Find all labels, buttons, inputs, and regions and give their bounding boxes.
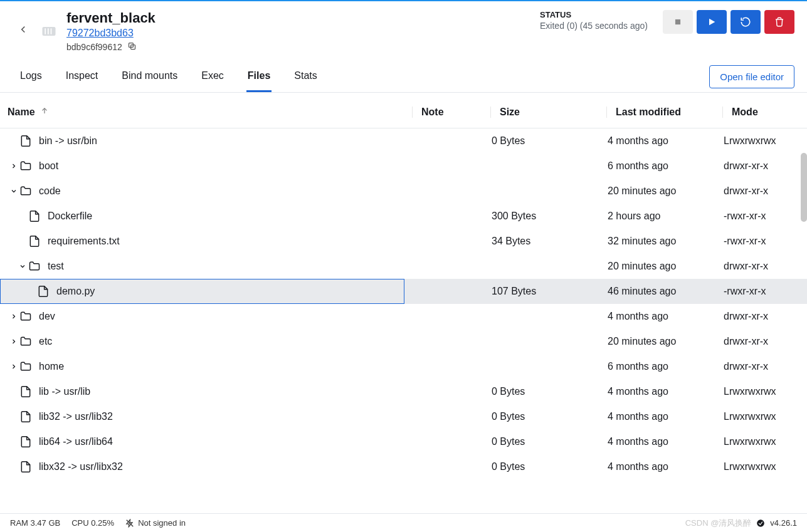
back-button[interactable] bbox=[18, 24, 29, 37]
header: fervent_black 79272bd3bd63 bdb9c6f99612 … bbox=[0, 1, 807, 61]
file-icon bbox=[19, 385, 33, 399]
folder-icon bbox=[19, 360, 33, 373]
table-row[interactable]: home6 months agodrwxr-xr-x bbox=[0, 354, 807, 379]
table-header: Name Note Size Last modified Mode bbox=[0, 93, 807, 128]
file-name: requirements.txt bbox=[48, 236, 120, 247]
file-mode: Lrwxrwxrwx bbox=[715, 411, 807, 422]
table-row[interactable]: code20 minutes agodrwxr-xr-x bbox=[0, 179, 807, 204]
file-size: 0 Bytes bbox=[483, 135, 599, 147]
file-icon bbox=[36, 284, 50, 298]
expand-toggle[interactable] bbox=[9, 162, 19, 170]
file-mode: Lrwxrwxrwx bbox=[715, 461, 807, 472]
open-file-editor-button[interactable]: Open file editor bbox=[709, 65, 794, 88]
status-text: Exited (0) (45 seconds ago) bbox=[540, 21, 648, 31]
file-mode: drwxr-xr-x bbox=[715, 261, 807, 272]
file-name: dev bbox=[39, 311, 55, 322]
file-name: demo.py bbox=[56, 286, 95, 297]
status-label: STATUS bbox=[540, 10, 648, 19]
col-mode[interactable]: Mode bbox=[722, 107, 807, 118]
file-mode: -rwxr-xr-x bbox=[715, 286, 807, 297]
svg-rect-0 bbox=[43, 27, 56, 36]
restart-button[interactable] bbox=[731, 10, 761, 34]
file-modified: 2 hours ago bbox=[599, 211, 715, 222]
file-name: test bbox=[48, 261, 64, 272]
table-row[interactable]: test20 minutes agodrwxr-xr-x bbox=[0, 254, 807, 279]
file-modified: 4 months ago bbox=[599, 461, 715, 472]
folder-icon bbox=[28, 259, 41, 273]
file-modified: 20 minutes ago bbox=[599, 261, 715, 272]
file-size: 107 Bytes bbox=[483, 286, 599, 297]
container-icon bbox=[40, 23, 58, 40]
file-size: 0 Bytes bbox=[483, 411, 599, 422]
expand-toggle[interactable] bbox=[9, 363, 19, 370]
table-row[interactable]: dev4 months agodrwxr-xr-x bbox=[0, 304, 807, 329]
expand-toggle[interactable] bbox=[9, 313, 19, 320]
table-row[interactable]: requirements.txt34 Bytes32 minutes ago-r… bbox=[0, 229, 807, 254]
copy-icon[interactable] bbox=[127, 41, 137, 53]
file-mode: -rwxr-xr-x bbox=[715, 236, 807, 247]
file-icon bbox=[19, 410, 33, 424]
file-size: 0 Bytes bbox=[483, 436, 599, 447]
file-name: lib64 -> usr/lib64 bbox=[39, 436, 113, 447]
file-size: 300 Bytes bbox=[483, 211, 599, 222]
file-size: 34 Bytes bbox=[483, 236, 599, 247]
col-modified[interactable]: Last modified bbox=[606, 107, 722, 118]
delete-button[interactable] bbox=[764, 10, 794, 34]
file-icon bbox=[19, 134, 33, 148]
folder-icon bbox=[19, 310, 33, 323]
container-name: fervent_black bbox=[66, 10, 156, 26]
expand-toggle[interactable] bbox=[9, 187, 19, 195]
file-name: lib -> usr/lib bbox=[39, 386, 90, 397]
header-info: fervent_black 79272bd3bd63 bdb9c6f99612 bbox=[66, 10, 156, 53]
table-row[interactable]: etc20 minutes agodrwxr-xr-x bbox=[0, 329, 807, 354]
action-buttons bbox=[663, 10, 794, 34]
start-button[interactable] bbox=[697, 10, 727, 34]
file-icon bbox=[19, 460, 33, 474]
tab-logs[interactable]: Logs bbox=[19, 61, 43, 92]
file-modified: 32 minutes ago bbox=[599, 236, 715, 247]
tab-bind-mounts[interactable]: Bind mounts bbox=[120, 61, 179, 92]
tab-files[interactable]: Files bbox=[246, 61, 272, 92]
file-size: 0 Bytes bbox=[483, 386, 599, 397]
file-modified: 20 minutes ago bbox=[599, 185, 715, 197]
tab-stats[interactable]: Stats bbox=[293, 61, 318, 92]
table-row[interactable]: lib64 -> usr/lib640 Bytes4 months agoLrw… bbox=[0, 429, 807, 454]
file-modified: 20 minutes ago bbox=[599, 336, 715, 347]
file-modified: 6 months ago bbox=[599, 160, 715, 172]
table-row[interactable]: libx32 -> usr/libx320 Bytes4 months agoL… bbox=[0, 454, 807, 479]
image-id: bdb9c6f99612 bbox=[66, 42, 122, 52]
table-row[interactable]: boot6 months agodrwxr-xr-x bbox=[0, 154, 807, 179]
container-id-link[interactable]: 79272bd3bd63 bbox=[66, 28, 134, 38]
file-mode: drwxr-xr-x bbox=[715, 336, 807, 347]
scrollbar[interactable] bbox=[801, 114, 807, 479]
file-icon bbox=[28, 209, 41, 223]
stop-button bbox=[663, 10, 693, 34]
col-name[interactable]: Name bbox=[8, 107, 412, 118]
file-mode: Lrwxrwxrwx bbox=[715, 386, 807, 397]
tab-inspect[interactable]: Inspect bbox=[65, 61, 100, 92]
scrollbar-thumb[interactable] bbox=[801, 153, 807, 222]
tab-exec[interactable]: Exec bbox=[200, 61, 225, 92]
expand-toggle[interactable] bbox=[18, 263, 28, 270]
table-row[interactable]: bin -> usr/bin0 Bytes4 months agoLrwxrwx… bbox=[0, 128, 807, 154]
col-size[interactable]: Size bbox=[490, 107, 606, 118]
file-name: lib32 -> usr/lib32 bbox=[39, 411, 113, 422]
file-table: Name Note Size Last modified Mode bin ->… bbox=[0, 93, 807, 479]
table-row[interactable]: lib -> usr/lib0 Bytes4 months agoLrwxrwx… bbox=[0, 379, 807, 404]
col-note[interactable]: Note bbox=[412, 107, 490, 118]
file-name: etc bbox=[39, 336, 52, 347]
file-mode: drwxr-xr-x bbox=[715, 185, 807, 197]
file-name: bin -> usr/bin bbox=[39, 135, 97, 147]
svg-rect-6 bbox=[675, 19, 680, 24]
file-modified: 46 minutes ago bbox=[599, 286, 715, 297]
expand-toggle[interactable] bbox=[9, 338, 19, 345]
tabs-row: Logs Inspect Bind mounts Exec Files Stat… bbox=[0, 61, 807, 93]
table-row[interactable]: demo.py107 Bytes46 minutes ago-rwxr-xr-x bbox=[0, 279, 807, 304]
table-row[interactable]: Dockerfile300 Bytes2 hours ago-rwxr-xr-x bbox=[0, 204, 807, 229]
file-icon bbox=[19, 435, 33, 449]
table-row[interactable]: lib32 -> usr/lib320 Bytes4 months agoLrw… bbox=[0, 404, 807, 429]
file-mode: drwxr-xr-x bbox=[715, 311, 807, 322]
table-body: bin -> usr/bin0 Bytes4 months agoLrwxrwx… bbox=[0, 128, 807, 479]
file-name: Dockerfile bbox=[48, 211, 92, 222]
file-mode: -rwxr-xr-x bbox=[715, 211, 807, 222]
